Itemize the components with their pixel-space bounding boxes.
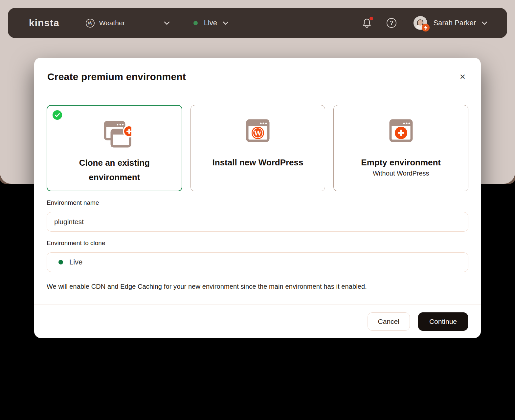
user-avatar-wrap[interactable] (414, 16, 427, 30)
user-name: Sarah Parker (433, 19, 476, 27)
notification-unread-dot (369, 17, 373, 20)
environment-to-clone-label: Environment to clone (47, 240, 468, 247)
environment-to-clone-select[interactable]: Live (47, 252, 468, 272)
environment-type-options: Clone an existing environment W Install … (47, 105, 468, 191)
lightning-icon (424, 25, 428, 30)
option-title: Empty environment (361, 155, 441, 170)
notifications-button[interactable] (362, 18, 371, 28)
clone-environment-icon (97, 119, 131, 144)
top-navbar: kinsta W Weather Live ? (8, 8, 507, 38)
wordpress-install-icon: W (246, 119, 270, 144)
selected-check-icon (53, 110, 62, 120)
wordpress-icon: W (86, 19, 95, 28)
modal-title: Create premium environment (47, 71, 186, 82)
option-title: Clone an existing environment (65, 156, 164, 184)
chevron-down-icon (164, 21, 170, 25)
site-selector-label: Weather (99, 19, 125, 27)
modal-footer: Cancel Continue (34, 304, 481, 338)
continue-button[interactable]: Continue (418, 312, 468, 331)
option-subtitle: Without WordPress (373, 170, 429, 177)
environment-name-input[interactable] (47, 212, 468, 232)
close-icon[interactable]: ✕ (458, 72, 467, 82)
kinsta-logo: kinsta (29, 17, 59, 29)
environment-name-label: Environment name (47, 199, 468, 206)
chevron-down-icon[interactable] (481, 21, 487, 25)
chevron-down-icon (223, 21, 229, 25)
environment-status-dot (193, 21, 198, 25)
cdn-info-text: We will enable CDN and Edge Caching for … (47, 283, 468, 290)
modal-header: Create premium environment ✕ (34, 58, 481, 96)
option-title: Install new WordPress (213, 155, 303, 170)
environment-selector-dropdown[interactable]: Live (193, 19, 229, 27)
selected-environment-value: Live (69, 258, 82, 266)
navbar-right-cluster: ? Sarah Parker (362, 16, 487, 30)
environment-selector-label: Live (204, 19, 217, 27)
modal-body: Clone an existing environment W Install … (34, 96, 481, 304)
cancel-button[interactable]: Cancel (368, 312, 410, 331)
avatar-power-badge (422, 24, 430, 32)
empty-environment-icon (389, 119, 413, 144)
help-button[interactable]: ? (387, 18, 396, 28)
option-empty-environment[interactable]: Empty environment Without WordPress (333, 105, 468, 191)
option-clone-existing-environment[interactable]: Clone an existing environment (47, 105, 182, 191)
svg-text:W: W (254, 129, 262, 137)
option-install-new-wordpress[interactable]: W Install new WordPress (190, 105, 325, 191)
site-selector-dropdown[interactable]: W Weather (86, 19, 170, 28)
environment-status-dot (58, 260, 63, 264)
question-mark-icon: ? (390, 20, 393, 27)
create-environment-modal: Create premium environment ✕ (34, 58, 481, 338)
